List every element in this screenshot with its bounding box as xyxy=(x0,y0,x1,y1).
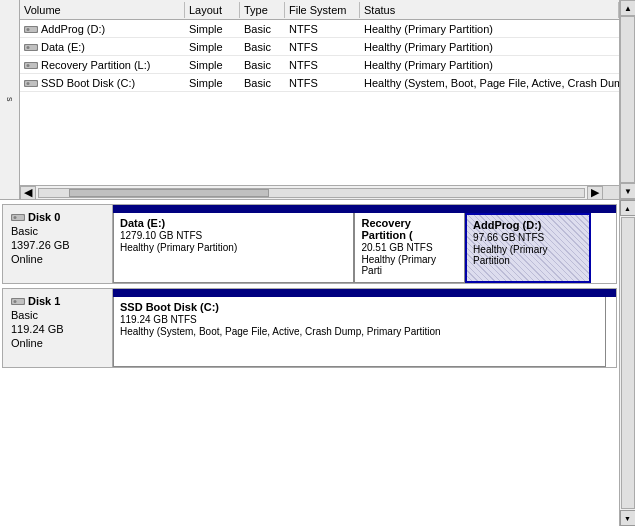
partition-block-c[interactable]: SSD Boot Disk (C:) 119.24 GB NTFS Health… xyxy=(113,297,606,367)
table-header: Volume Layout Type File System Status xyxy=(20,0,619,20)
vertical-scrollbar-top[interactable]: ▲ ▼ xyxy=(619,0,635,199)
disk-1-type: Basic xyxy=(11,309,104,321)
scroll-up-btn[interactable]: ▲ xyxy=(620,0,635,16)
partition-d-size: 97.66 GB NTFS xyxy=(473,232,583,243)
partition-block-d[interactable]: AddProg (D:) 97.66 GB NTFS Healthy (Prim… xyxy=(465,213,591,283)
horizontal-scrollbar[interactable]: ◀ ▶ xyxy=(20,185,619,199)
disk-row-1: Disk 1 Basic 119.24 GB Online SSD Boot D… xyxy=(2,288,617,368)
disk-icon xyxy=(11,212,25,222)
cell-layout-1: Simple xyxy=(185,40,240,54)
disk-1-header-bar xyxy=(113,289,616,297)
scroll-corner xyxy=(603,186,619,200)
cell-layout-3: Simple xyxy=(185,76,240,90)
cell-fs-1: NTFS xyxy=(285,40,360,54)
cell-volume-3: SSD Boot Disk (C:) xyxy=(20,76,185,90)
col-header-filesystem: File System xyxy=(285,2,360,18)
table-row[interactable]: Recovery Partition (L:) Simple Basic NTF… xyxy=(20,56,619,74)
left-sidebar: s xyxy=(0,0,20,199)
disk-icon xyxy=(11,296,25,306)
disk-0-header-bar xyxy=(113,205,616,213)
disk-label-1: Disk 1 Basic 119.24 GB Online xyxy=(3,289,113,367)
disk-1-status: Online xyxy=(11,337,104,349)
scroll-track-bottom[interactable] xyxy=(621,217,635,509)
disk-row-0: Disk 0 Basic 1397.26 GB Online Data (E:)… xyxy=(2,204,617,284)
cell-status-1: Healthy (Primary Partition) xyxy=(360,40,619,54)
svg-point-5 xyxy=(27,46,30,49)
scroll-down-bottom[interactable]: ▼ xyxy=(620,510,636,526)
partition-recovery-status: Healthy (Primary Parti xyxy=(361,254,458,276)
disk-0-name: Disk 0 xyxy=(11,211,104,223)
table-row[interactable]: AddProg (D:) Simple Basic NTFS Healthy (… xyxy=(20,20,619,38)
cell-fs-0: NTFS xyxy=(285,22,360,36)
cell-fs-3: NTFS xyxy=(285,76,360,90)
scroll-track-h[interactable] xyxy=(38,188,585,198)
top-section: s Volume Layout Type File System Status … xyxy=(0,0,635,200)
svg-point-14 xyxy=(14,216,17,219)
scroll-right-btn[interactable]: ▶ xyxy=(587,186,603,200)
cell-status-2: Healthy (Primary Partition) xyxy=(360,58,619,72)
volume-table-body: AddProg (D:) Simple Basic NTFS Healthy (… xyxy=(20,20,619,185)
disk-1-size: 119.24 GB xyxy=(11,323,104,335)
svg-point-11 xyxy=(27,82,30,85)
cell-layout-2: Simple xyxy=(185,58,240,72)
partition-c-size: 119.24 GB NTFS xyxy=(120,314,599,325)
svg-point-8 xyxy=(27,64,30,67)
disk-0-status: Online xyxy=(11,253,104,265)
vertical-scrollbar-bottom[interactable]: ▲ ▼ xyxy=(619,200,635,526)
cell-type-1: Basic xyxy=(240,40,285,54)
col-header-type: Type xyxy=(240,2,285,18)
col-header-layout: Layout xyxy=(185,2,240,18)
cell-type-2: Basic xyxy=(240,58,285,72)
bottom-outer: Disk 0 Basic 1397.26 GB Online Data (E:)… xyxy=(0,200,635,526)
partition-c-name: SSD Boot Disk (C:) xyxy=(120,301,599,313)
partition-recovery-name: Recovery Partition ( xyxy=(361,217,458,241)
disk-label-0: Disk 0 Basic 1397.26 GB Online xyxy=(3,205,113,283)
scroll-up-bottom[interactable]: ▲ xyxy=(620,200,636,216)
partition-e-size: 1279.10 GB NTFS xyxy=(120,230,347,241)
col-header-volume: Volume xyxy=(20,2,185,18)
disk-icon xyxy=(24,60,38,70)
partition-recovery-size: 20.51 GB NTFS xyxy=(361,242,458,253)
partition-c-status: Healthy (System, Boot, Page File, Active… xyxy=(120,326,599,337)
disk-0-size: 1397.26 GB xyxy=(11,239,104,251)
cell-volume-1: Data (E:) xyxy=(20,40,185,54)
partition-e-status: Healthy (Primary Partition) xyxy=(120,242,347,253)
partition-block-recovery[interactable]: Recovery Partition ( 20.51 GB NTFS Healt… xyxy=(354,213,465,283)
scroll-thumb-h[interactable] xyxy=(69,189,269,197)
cell-type-3: Basic xyxy=(240,76,285,90)
partition-e-name: Data (E:) xyxy=(120,217,347,229)
svg-point-2 xyxy=(27,28,30,31)
scroll-left-btn[interactable]: ◀ xyxy=(20,186,36,200)
partition-d-status: Healthy (Primary Partition xyxy=(473,244,583,266)
table-area: Volume Layout Type File System Status Ad… xyxy=(20,0,619,199)
disk-1-name: Disk 1 xyxy=(11,295,104,307)
disk-0-partitions: Data (E:) 1279.10 GB NTFS Healthy (Prima… xyxy=(113,205,616,283)
scroll-track-v[interactable] xyxy=(620,16,635,183)
svg-point-17 xyxy=(14,300,17,303)
cell-status-3: Healthy (System, Boot, Page File, Active… xyxy=(360,76,619,90)
disk-1-partitions: SSD Boot Disk (C:) 119.24 GB NTFS Health… xyxy=(113,289,616,367)
cell-fs-2: NTFS xyxy=(285,58,360,72)
disk-graphical-view: Disk 0 Basic 1397.26 GB Online Data (E:)… xyxy=(0,200,619,526)
disk-icon xyxy=(24,78,38,88)
table-row[interactable]: Data (E:) Simple Basic NTFS Healthy (Pri… xyxy=(20,38,619,56)
partition-d-name: AddProg (D:) xyxy=(473,219,583,231)
disk-icon xyxy=(24,24,38,34)
col-header-status: Status xyxy=(360,2,619,18)
main-container: s Volume Layout Type File System Status … xyxy=(0,0,635,526)
sidebar-text: s xyxy=(5,97,15,102)
cell-volume-0: AddProg (D:) xyxy=(20,22,185,36)
cell-layout-0: Simple xyxy=(185,22,240,36)
table-row[interactable]: SSD Boot Disk (C:) Simple Basic NTFS Hea… xyxy=(20,74,619,92)
disk-icon xyxy=(24,42,38,52)
disk-0-type: Basic xyxy=(11,225,104,237)
scroll-down-btn[interactable]: ▼ xyxy=(620,183,635,199)
partition-block-e[interactable]: Data (E:) 1279.10 GB NTFS Healthy (Prima… xyxy=(113,213,354,283)
cell-volume-2: Recovery Partition (L:) xyxy=(20,58,185,72)
cell-status-0: Healthy (Primary Partition) xyxy=(360,22,619,36)
cell-type-0: Basic xyxy=(240,22,285,36)
